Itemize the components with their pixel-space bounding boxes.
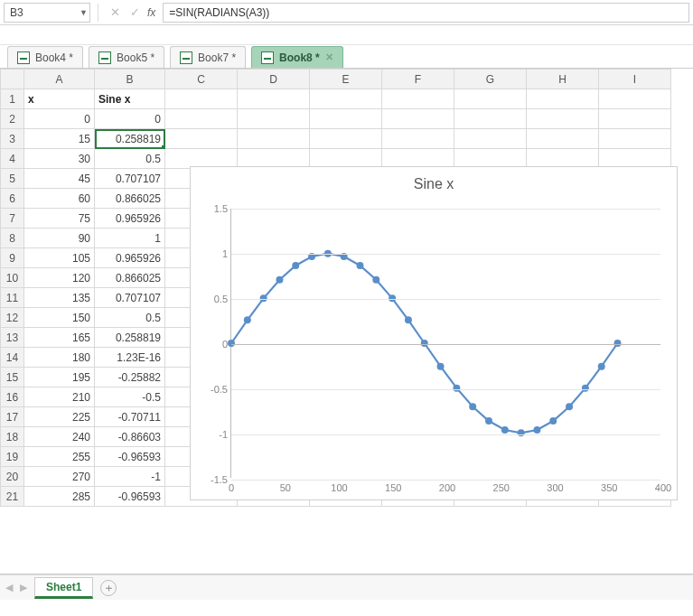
formula-input[interactable]: =SIN(RADIANS(A3))	[163, 3, 689, 23]
cell[interactable]: 1	[95, 229, 165, 248]
cell[interactable]: -0.5	[95, 387, 165, 407]
row-header[interactable]: 20	[1, 467, 24, 487]
cell[interactable]	[599, 129, 671, 149]
cell[interactable]: 0.707107	[95, 169, 165, 189]
cell[interactable]: x	[24, 89, 95, 109]
row-header[interactable]: 2	[1, 109, 24, 129]
workbook-tab[interactable]: Book7 *	[170, 46, 246, 68]
row-header[interactable]: 1	[1, 89, 24, 109]
workbook-tab[interactable]: Book5 *	[89, 46, 164, 68]
cell[interactable]	[527, 89, 599, 109]
sheet-nav-next-icon[interactable]: ▶	[20, 582, 27, 593]
cell[interactable]: -0.70711	[95, 407, 165, 427]
spreadsheet-grid[interactable]: ABCDEFGHI1xSine x2003150.2588194300.5545…	[0, 69, 693, 574]
cell[interactable]: 0	[24, 109, 95, 129]
cell[interactable]	[310, 129, 382, 149]
cell[interactable]: 0.965926	[95, 209, 165, 229]
cell[interactable]: 150	[24, 308, 95, 328]
cell[interactable]: -0.25882	[95, 368, 165, 387]
cell[interactable]: Sine x	[95, 89, 165, 109]
row-header[interactable]: 12	[1, 308, 24, 328]
row-header[interactable]: 21	[1, 487, 24, 507]
cell[interactable]	[527, 129, 599, 149]
cell[interactable]: 15	[24, 129, 95, 149]
cell[interactable]: -1	[95, 467, 165, 487]
cell[interactable]	[310, 89, 382, 109]
cell[interactable]: 255	[24, 447, 95, 467]
cell[interactable]: 0.707107	[95, 288, 165, 308]
cell[interactable]: 0.965926	[95, 248, 165, 268]
workbook-tab[interactable]: Book4 *	[7, 46, 83, 68]
cell[interactable]	[310, 109, 382, 129]
cell[interactable]: 60	[24, 189, 95, 209]
sheet-nav-prev-icon[interactable]: ◀	[5, 582, 13, 593]
cell[interactable]	[454, 129, 527, 149]
cell[interactable]: 30	[24, 149, 95, 169]
cell[interactable]: 0.866025	[95, 189, 165, 209]
cell[interactable]	[599, 89, 671, 109]
cell[interactable]: 90	[24, 229, 95, 248]
cell[interactable]: 180	[24, 348, 95, 368]
cell[interactable]	[527, 109, 599, 129]
row-header[interactable]: 7	[1, 209, 24, 229]
cell[interactable]	[165, 89, 238, 109]
cell[interactable]	[382, 89, 454, 109]
cell[interactable]: 0.866025	[95, 268, 165, 288]
cell[interactable]: 0.258819	[95, 129, 165, 149]
select-all-corner[interactable]	[1, 70, 24, 89]
cell[interactable]: 240	[24, 427, 95, 447]
row-header[interactable]: 19	[1, 447, 24, 467]
row-header[interactable]: 14	[1, 348, 24, 368]
row-header[interactable]: 10	[1, 268, 24, 288]
close-icon[interactable]: ✕	[325, 51, 333, 63]
cell[interactable]: 45	[24, 169, 95, 189]
cell[interactable]: 0.258819	[95, 328, 165, 348]
workbook-tab[interactable]: Book8 *✕	[251, 46, 343, 68]
column-header[interactable]: I	[599, 70, 671, 89]
row-header[interactable]: 17	[1, 407, 24, 427]
cell[interactable]: 165	[24, 328, 95, 348]
cell[interactable]	[382, 129, 454, 149]
cell[interactable]: 195	[24, 368, 95, 387]
row-header[interactable]: 11	[1, 288, 24, 308]
column-header[interactable]: E	[310, 70, 382, 89]
cell[interactable]	[382, 109, 454, 129]
row-header[interactable]: 9	[1, 248, 24, 268]
column-header[interactable]: H	[527, 70, 599, 89]
cell[interactable]: 270	[24, 467, 95, 487]
column-header[interactable]: B	[95, 70, 165, 89]
add-sheet-button[interactable]: ＋	[100, 580, 117, 596]
row-header[interactable]: 6	[1, 189, 24, 209]
fx-icon[interactable]: fx	[147, 6, 155, 19]
row-header[interactable]: 13	[1, 328, 24, 348]
cell[interactable]: 120	[24, 268, 95, 288]
cell[interactable]: 135	[24, 288, 95, 308]
cell[interactable]	[238, 109, 310, 129]
cell[interactable]: 225	[24, 407, 95, 427]
cell[interactable]: -0.96593	[95, 487, 165, 507]
cell[interactable]: 1.23E-16	[95, 348, 165, 368]
row-header[interactable]: 8	[1, 229, 24, 248]
sheet-tab[interactable]: Sheet1	[34, 577, 93, 599]
row-header[interactable]: 4	[1, 149, 24, 169]
cell[interactable]	[165, 109, 238, 129]
column-header[interactable]: C	[165, 70, 238, 89]
chevron-down-icon[interactable]: ▼	[80, 8, 88, 17]
column-header[interactable]: A	[24, 70, 95, 89]
row-header[interactable]: 16	[1, 387, 24, 407]
column-header[interactable]: G	[454, 70, 527, 89]
cell[interactable]: -0.86603	[95, 427, 165, 447]
cell[interactable]: 0.5	[95, 149, 165, 169]
cell[interactable]	[454, 109, 527, 129]
cell[interactable]: 105	[24, 248, 95, 268]
name-box[interactable]: B3 ▼	[4, 3, 90, 23]
cell[interactable]	[599, 109, 671, 129]
cell[interactable]: 0	[95, 109, 165, 129]
column-header[interactable]: F	[382, 70, 454, 89]
row-header[interactable]: 5	[1, 169, 24, 189]
cell[interactable]: 210	[24, 387, 95, 407]
cell[interactable]: 75	[24, 209, 95, 229]
cell[interactable]	[238, 89, 310, 109]
cell[interactable]	[165, 129, 238, 149]
cell[interactable]	[238, 129, 310, 149]
